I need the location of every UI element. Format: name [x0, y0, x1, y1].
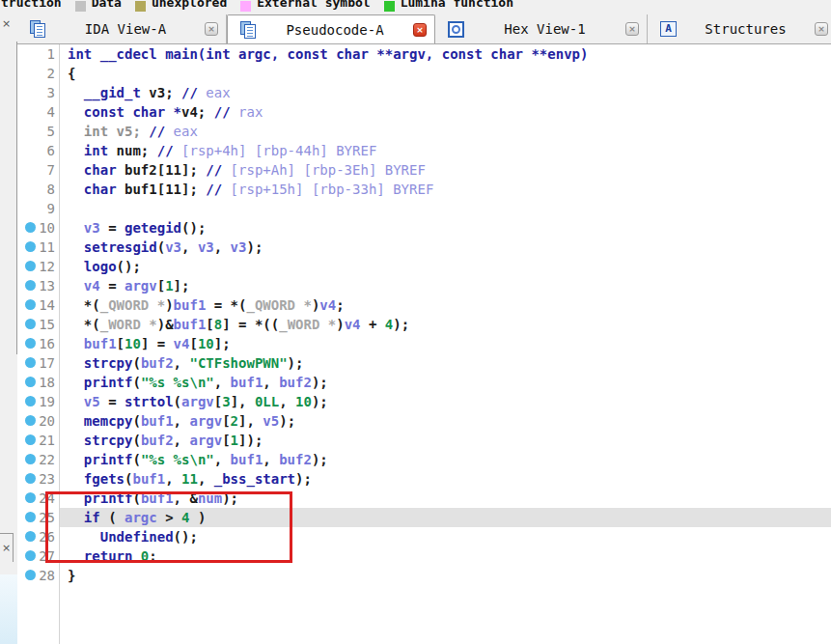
code-token[interactable]: strcpy [68, 433, 132, 448]
code-line-12[interactable]: logo(); [60, 257, 831, 276]
code-line-26[interactable]: Undefined(); [60, 527, 831, 546]
code-token[interactable]: (); [181, 220, 206, 236]
code-token[interactable]: "%s %s\n" [141, 452, 214, 467]
gutter-line[interactable]: 10 [17, 218, 59, 238]
code-token[interactable]: v4 [68, 278, 100, 294]
code-token[interactable]: buf2 [279, 452, 312, 467]
code-line-24[interactable]: printf(buf1, &num); [60, 489, 831, 508]
code-token[interactable]: [rsp+4h] [rbp-44h] BYREF [181, 143, 376, 158]
gutter-line[interactable]: 2 [17, 64, 59, 83]
line-marker-dot[interactable] [25, 357, 36, 368]
code-token[interactable]: ] = *(( [222, 317, 279, 332]
code-token[interactable]: ; [336, 297, 344, 313]
code-token[interactable]: 10 [295, 394, 312, 409]
code-token[interactable]: ( [157, 239, 165, 255]
code-line-28[interactable]: } [60, 566, 831, 585]
code-token[interactable]: *( [68, 297, 100, 313]
code-token[interactable]: [ [157, 278, 165, 294]
code-line-14[interactable]: *(_QWORD *)buf1 = *(_QWORD *)v4; [60, 295, 831, 315]
code-token[interactable]: [ [189, 336, 197, 351]
code-token[interactable]: ( [132, 375, 140, 390]
code-token[interactable]: [ [214, 394, 222, 409]
code-line-22[interactable]: printf("%s %s\n", buf1, buf2); [60, 450, 831, 469]
code-line-19[interactable]: v5 = strtol(argv[3], 0LL, 10); [60, 392, 831, 411]
code-token[interactable]: printf [68, 452, 132, 467]
code-token[interactable]: __gid_t [68, 85, 149, 100]
code-token[interactable]: 10 [198, 336, 214, 351]
code-token[interactable]: ]; [174, 278, 190, 294]
code-token[interactable]: ; [149, 548, 156, 564]
gutter-line[interactable]: 27 [17, 546, 59, 566]
code-token[interactable]: 4 [385, 317, 393, 332]
code-token[interactable]: v4; [181, 104, 214, 120]
line-marker-dot[interactable] [25, 280, 36, 291]
code-token[interactable]: v5 [263, 413, 279, 429]
code-line-17[interactable]: strcpy(buf2, "CTFshowPWN"); [60, 353, 831, 373]
code-token[interactable]: // [206, 182, 230, 197]
line-marker-dot[interactable] [25, 550, 36, 561]
gutter-line[interactable]: 7 [17, 160, 59, 180]
code-token[interactable]: num; [117, 143, 157, 158]
tab-close-icon[interactable]: × [413, 23, 427, 37]
code-token[interactable]: ( [132, 490, 140, 506]
code-line-23[interactable]: fgets(buf1, 11, _bss_start); [60, 469, 831, 489]
code-token[interactable]: ( [174, 394, 181, 409]
code-token[interactable]: argv [181, 394, 214, 409]
code-token[interactable]: ( [132, 355, 140, 371]
gutter-line[interactable]: 17 [17, 353, 59, 373]
code-token[interactable]: [ [117, 336, 125, 351]
code-token[interactable]: fgets [68, 471, 125, 487]
code-token[interactable]: = [100, 220, 125, 236]
code-line-2[interactable]: { [60, 64, 831, 83]
code-token[interactable]: ); [246, 239, 263, 255]
code-token[interactable]: eax [206, 85, 230, 100]
line-marker-dot[interactable] [25, 261, 36, 271]
code-line-9[interactable] [60, 199, 831, 218]
tab-close-icon[interactable]: × [205, 22, 218, 36]
code-token[interactable]: ); [295, 471, 312, 487]
code-line-21[interactable]: strcpy(buf2, argv[1]); [60, 431, 831, 450]
code-token[interactable]: v3; [149, 85, 181, 100]
line-marker-dot[interactable] [25, 299, 36, 310]
code-token[interactable]: = [100, 278, 125, 294]
code-line-18[interactable]: printf("%s %s\n", buf1, buf2); [60, 373, 831, 392]
code-token[interactable]: buf1 [231, 375, 263, 390]
tab-close-icon[interactable]: × [625, 22, 639, 36]
code-token[interactable]: )& [157, 317, 174, 332]
tab-hex-view-1[interactable]: Hex View-1 × [435, 14, 648, 43]
code-token[interactable]: argv [125, 278, 157, 294]
code-token[interactable]: , [263, 375, 279, 390]
dock-close-icon[interactable]: × [2, 18, 11, 29]
line-marker-dot[interactable] [25, 473, 36, 484]
dock-close-icon[interactable]: × [0, 542, 13, 554]
code-token[interactable]: num [198, 490, 222, 506]
code-token[interactable]: ( [132, 433, 140, 448]
code-token[interactable]: buf1 [174, 297, 207, 313]
code-token[interactable]: argc [125, 510, 157, 525]
gutter-line[interactable]: 14 [17, 295, 59, 315]
line-marker-dot[interactable] [25, 338, 36, 349]
code-token[interactable]: + [361, 317, 385, 332]
code-line-16[interactable]: buf1[10] = v4[10]; [60, 334, 831, 353]
code-token[interactable]: buf1 [174, 317, 207, 332]
code-token[interactable]: // [214, 104, 238, 120]
gutter-line[interactable]: 11 [17, 238, 59, 257]
code-token[interactable]: // [206, 162, 230, 178]
pseudocode-editor[interactable]: 1234567891011121314151617181920212223242… [17, 44, 831, 644]
code-token[interactable]: v3 [68, 220, 100, 236]
code-token[interactable]: eax [174, 124, 198, 139]
code-line-3[interactable]: __gid_t v3; // eax [60, 83, 831, 102]
gutter-line[interactable]: 1 [17, 44, 59, 64]
code-token[interactable]: [rsp+Ah] [rbp-3Eh] BYREF [231, 162, 426, 178]
code-line-7[interactable]: char buf2[11]; // [rsp+Ah] [rbp-3Eh] BYR… [60, 160, 831, 180]
code-token[interactable]: buf2 [279, 375, 312, 390]
code-token[interactable]: argv [189, 433, 222, 448]
code-token[interactable]: _WORD * [279, 317, 336, 332]
code-token[interactable]: ) [189, 510, 206, 525]
gutter-line[interactable]: 8 [17, 180, 59, 199]
code-token[interactable]: ) [336, 317, 344, 332]
code-token[interactable]: *( [68, 317, 100, 332]
code-token[interactable]: = [100, 394, 125, 409]
code-token[interactable]: [ [222, 413, 230, 429]
code-token[interactable]: ); [312, 375, 328, 390]
